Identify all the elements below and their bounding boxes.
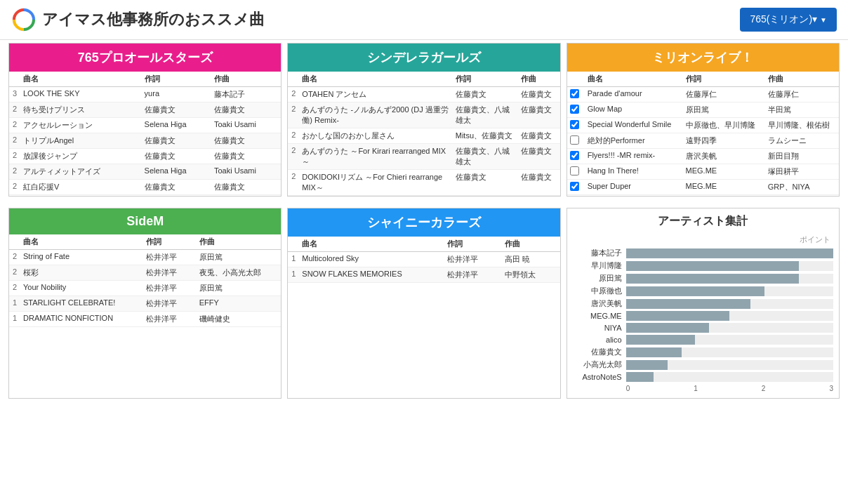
panel-sidem-table: 曲名 作詞 作曲 2 String of Fate 松井洋平 原田篤 2 桜彩 … [9,234,281,327]
row-check[interactable] [567,149,585,164]
table-row: 1 SNOW FLAKES MEMORIES 松井洋平 中野領太 [288,267,559,283]
row-compose: 原田篤 [197,250,281,265]
row-song: Super Duper [585,180,683,195]
bar-fill [626,311,730,321]
panel-million-scroll[interactable]: 曲名 作詞 作曲 Parade d'amour 佐藤厚仁 佐藤厚仁 Glow M… [567,72,839,195]
table-row: 2 あんずのうた -ノルあんず2000 (DJ 過重労働) Remix- 佐藤貴… [288,102,559,128]
row-compose: 磯崎健史 [197,312,281,327]
row-lyric: MEG.ME [683,180,765,195]
panel-765-scroll[interactable]: 曲名 作詞 作曲 3 LOOK THE SKY yura 藤本記子 2 待ち受け… [9,72,281,195]
col-compose-sh: 作曲 [502,237,559,252]
row-compose: 中野領太 [502,267,559,283]
row-lyric: Selena Higa [142,118,211,133]
row-lyric: 遠野四季 [683,133,765,149]
row-song: Special Wonderful Smile [585,118,683,133]
row-song: 紅白応援V [20,180,142,195]
row-song: Flyers!!! -MR remix- [585,149,683,164]
row-compose: 佐藤貴文 [211,102,281,118]
row-song: Multicolored Sky [299,252,444,267]
row-compose: 佐藤貴文 [518,128,560,144]
table-row: Super Duper MEG.ME GRP、NIYA [567,180,839,195]
row-lyric: 原田篤 [683,102,765,118]
bar-fill [626,286,764,296]
bar-label: 小高光太郎 [573,359,622,370]
row-lyric: 佐藤貴文 [453,87,518,102]
row-song: 放課後ジャンプ [20,149,142,164]
row-song: あんずのうた ～For Kirari rearranged MIX～ [299,144,452,170]
panel-cinderella-scroll[interactable]: 曲名 作詞 作曲 2 OTAHEN アンセム 佐藤貴文 佐藤貴文 2 あんずのう… [288,72,559,196]
table-row: 2 紅白応援V 佐藤貴文 佐藤貴文 [9,180,281,195]
row-song: OTAHEN アンセム [299,87,452,102]
table-row: Hang In There! MEG.ME 塚田耕平 [567,164,839,180]
row-check[interactable] [567,102,585,118]
bar-row: 小高光太郎 [573,359,833,370]
row-num: 2 [9,250,20,265]
row-check[interactable] [567,164,585,180]
row-lyric: Mitsu、佐藤貴文 [453,128,518,144]
row-num: 2 [9,118,20,133]
col-num [9,72,20,87]
row-lyric: 佐藤貴文 [142,180,211,195]
table-row: 2 トリプルAngel 佐藤貴文 佐藤貴文 [9,133,281,149]
panel-sidem: SideM 曲名 作詞 作曲 2 String of Fate 松井洋平 原田篤… [8,208,281,399]
row-compose: 原田篤 [197,281,281,296]
table-row: 絶対的Performer 遠野四季 ラムシーニ [567,133,839,149]
row-num: 3 [9,87,20,102]
bar-track [626,347,833,357]
row-compose: 塚田耕平 [765,164,839,180]
col-song-sh: 曲名 [299,237,444,252]
row-lyric: 松井洋平 [143,296,196,312]
table-row: 1 Multicolored Sky 松井洋平 高田 暁 [288,252,559,267]
panel-million: ミリオンライブ！ 曲名 作詞 作曲 Parade d'amour 佐藤厚仁 佐藤… [567,43,840,197]
bar-label: alico [573,336,622,344]
row-song: 待ち受けプリンス [20,102,142,118]
panel-sidem-scroll[interactable]: 曲名 作詞 作曲 2 String of Fate 松井洋平 原田篤 2 桜彩 … [9,234,281,327]
million-button[interactable]: 765(ミリオン)▾ [740,8,837,32]
row-lyric: Selena Higa [142,164,211,180]
table-row: Flyers!!! -MR remix- 唐沢美帆 新田目翔 [567,149,839,164]
bar-row: MEG.ME [573,311,833,321]
row-check[interactable] [567,87,585,102]
row-lyric: 松井洋平 [143,281,196,296]
row-num: 1 [288,267,299,283]
row-num: 2 [9,281,20,296]
row-song: Glow Map [585,102,683,118]
bar-label: 藤本記子 [573,248,622,258]
bar-row: 藤本記子 [573,248,833,258]
panel-sidem-header: SideM [9,208,281,234]
col-num-s [9,234,20,250]
row-check[interactable] [567,180,585,195]
row-compose: ラムシーニ [765,133,839,149]
row-num: 2 [288,128,299,144]
panel-765: 765プロオールスターズ 曲名 作詞 作曲 3 LOOK THE SKY yur… [8,43,281,197]
row-lyric: 佐藤貴文、八城雄太 [453,102,518,128]
bar-row: alico [573,335,833,345]
bar-row: 早川博隆 [573,260,833,271]
table-row: 2 アルティメットアイズ Selena Higa Toaki Usami [9,164,281,180]
table-row: 2 Your Nobility 松井洋平 原田篤 [9,281,281,296]
bar-row: 原田篤 [573,273,833,284]
bar-label: 佐藤貴文 [573,347,622,357]
row-check[interactable] [567,133,585,149]
row-song: DRAMATIC NONFICTION [20,312,143,327]
bar-label: NIYA [573,324,622,332]
chart-bars: 藤本記子 早川博隆 原田篤 中原徹也 唐沢美帆 MEG.ME [573,248,833,382]
bar-fill [626,372,654,382]
row-song: 桜彩 [20,265,143,281]
panel-shiny-scroll[interactable]: 曲名 作詞 作曲 1 Multicolored Sky 松井洋平 高田 暁 1 … [288,237,559,283]
bar-row: 唐沢美帆 [573,298,833,309]
row-num: 2 [288,102,299,128]
row-song: アルティメットアイズ [20,164,142,180]
panel-cinderella-table: 曲名 作詞 作曲 2 OTAHEN アンセム 佐藤貴文 佐藤貴文 2 あんずのう… [288,72,559,196]
panel-cinderella: シンデレラガールズ 曲名 作詞 作曲 2 OTAHEN アンセム 佐藤貴文 佐藤… [287,43,560,197]
bar-label: 唐沢美帆 [573,298,622,309]
row-check[interactable] [567,118,585,133]
row-lyric: 佐藤厚仁 [683,87,765,102]
table-row: 2 放課後ジャンプ 佐藤貴文 佐藤貴文 [9,149,281,164]
bar-track [626,299,833,309]
row-num: 1 [9,312,20,327]
bar-label: 原田篤 [573,273,622,284]
bar-label: AstroNoteS [573,373,622,381]
bar-track [626,286,833,296]
row-num: 2 [288,170,299,196]
